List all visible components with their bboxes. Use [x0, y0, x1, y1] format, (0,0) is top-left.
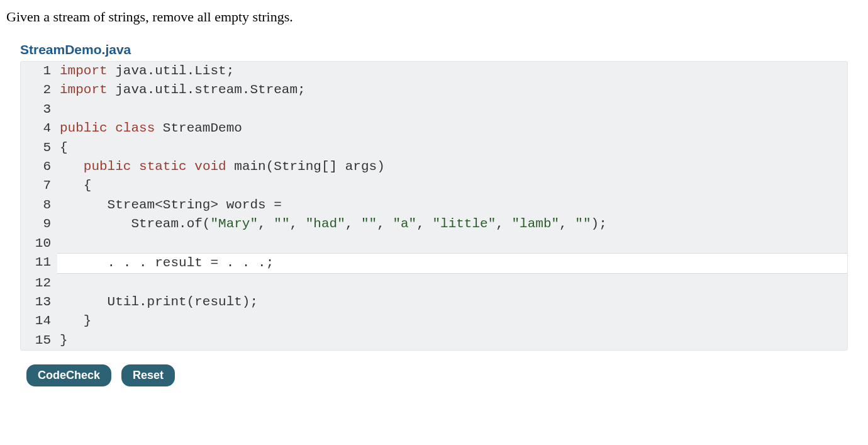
- code-line: 4public class StreamDemo: [21, 119, 847, 138]
- code-editor: 1import java.util.List;2import java.util…: [20, 61, 848, 351]
- line-number: 1: [21, 62, 57, 81]
- static-code-line: import java.util.stream.Stream;: [57, 81, 847, 99]
- code-line: 7 {: [21, 176, 847, 195]
- line-number: 6: [21, 157, 57, 176]
- line-number: 7: [21, 176, 57, 195]
- codecheck-button[interactable]: CodeCheck: [26, 364, 111, 386]
- code-line: 5{: [21, 138, 847, 157]
- code-line: 13 Util.print(result);: [21, 293, 847, 312]
- code-line: 1import java.util.List;: [21, 62, 847, 81]
- static-code-line: [57, 234, 847, 253]
- code-line: 15}: [21, 331, 847, 350]
- line-number: 11: [21, 253, 57, 273]
- filename-heading: StreamDemo.java: [20, 42, 862, 57]
- static-code-line: }: [57, 312, 847, 330]
- line-number: 3: [21, 100, 57, 119]
- static-code-line: [57, 100, 847, 119]
- code-line: 2import java.util.stream.Stream;: [21, 81, 847, 99]
- line-number: 12: [21, 274, 57, 293]
- static-code-line: import java.util.List;: [57, 62, 847, 81]
- static-code-line: Stream<String> words =: [57, 196, 847, 215]
- button-bar: CodeCheck Reset: [26, 364, 862, 386]
- line-number: 2: [21, 81, 57, 99]
- line-number: 5: [21, 138, 57, 157]
- code-line: 8 Stream<String> words =: [21, 196, 847, 215]
- line-number: 4: [21, 119, 57, 138]
- static-code-line: {: [57, 138, 847, 157]
- line-number: 10: [21, 234, 57, 253]
- reset-button[interactable]: Reset: [121, 364, 175, 386]
- static-code-line: public static void main(String[] args): [57, 157, 847, 176]
- static-code-line: Util.print(result);: [57, 293, 847, 312]
- code-line: 3: [21, 100, 847, 119]
- code-line: 11 . . . result = . . .;: [21, 253, 847, 273]
- code-line: 12: [21, 274, 847, 293]
- static-code-line: public class StreamDemo: [57, 119, 847, 138]
- line-number: 8: [21, 196, 57, 215]
- line-number: 14: [21, 312, 57, 330]
- code-line: 10: [21, 234, 847, 253]
- line-number: 13: [21, 293, 57, 312]
- code-line: 9 Stream.of("Mary", "", "had", "", "a", …: [21, 215, 847, 234]
- static-code-line: {: [57, 176, 847, 195]
- code-line: 6 public static void main(String[] args): [21, 157, 847, 176]
- static-code-line: [57, 274, 847, 293]
- static-code-line: }: [57, 331, 847, 350]
- editable-code-line[interactable]: . . . result = . . .;: [57, 253, 847, 273]
- line-number: 15: [21, 331, 57, 350]
- code-line: 14 }: [21, 312, 847, 330]
- problem-statement: Given a stream of strings, remove all em…: [6, 8, 862, 27]
- static-code-line: Stream.of("Mary", "", "had", "", "a", "l…: [57, 215, 847, 234]
- line-number: 9: [21, 215, 57, 234]
